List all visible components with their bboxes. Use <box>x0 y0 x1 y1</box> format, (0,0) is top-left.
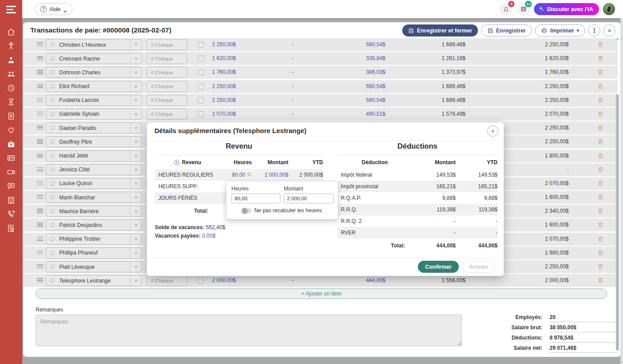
clear-employee-icon[interactable]: × <box>130 262 142 272</box>
table-scrollbar[interactable]: ▲ <box>616 37 619 352</box>
add-revenu-icon[interactable] <box>174 159 180 166</box>
montant-input[interactable] <box>284 194 334 203</box>
trash-icon[interactable] <box>597 83 604 92</box>
employee-select[interactable]: Phillipa Phaneuf × <box>46 247 142 259</box>
vacances-payees-link[interactable]: 0,00$ <box>202 233 215 239</box>
employee-select[interactable]: Dohnson Charles × <box>46 67 142 78</box>
deductions-amount-link[interactable]: 338,84$ <box>347 52 385 65</box>
page-scrollbar[interactable]: ▲ ▼ <box>620 18 623 364</box>
trash-icon[interactable] <box>597 180 604 189</box>
drag-handle-icon[interactable] <box>37 209 43 214</box>
drag-handle-icon[interactable] <box>37 56 43 61</box>
trash-icon[interactable] <box>597 221 604 230</box>
deductions-amount-link[interactable]: 560,54$ <box>347 38 385 51</box>
trash-icon[interactable] <box>597 124 604 133</box>
employee-select[interactable]: Platt Lévesque × <box>46 261 142 272</box>
clear-employee-icon[interactable]: × <box>130 123 142 133</box>
employee-select[interactable]: Creissant Racine × <box>46 53 142 64</box>
modal-close-button[interactable]: × <box>487 125 498 137</box>
drag-handle-icon[interactable] <box>37 42 43 48</box>
drag-handle-icon[interactable] <box>37 125 43 131</box>
time-icon[interactable] <box>7 83 16 93</box>
clear-employee-icon[interactable]: × <box>130 53 142 64</box>
employee-select[interactable]: Telesphore Lestrange × <box>46 275 142 286</box>
drag-handle-icon[interactable] <box>37 84 43 89</box>
documents-icon[interactable] <box>7 111 16 121</box>
phone-icon[interactable] <box>7 210 16 219</box>
deductions-amount-link[interactable]: 560,54$ <box>347 80 385 93</box>
gross-amount-link[interactable]: 2 250,00$ <box>200 38 236 51</box>
drag-handle-icon[interactable] <box>37 181 43 186</box>
trash-icon[interactable] <box>597 263 604 272</box>
employee-select[interactable]: Harold Jetté × <box>46 150 142 162</box>
teams-icon[interactable] <box>7 69 16 79</box>
employee-select[interactable]: Christien L'Heureux × <box>46 39 142 50</box>
trash-icon[interactable] <box>597 166 604 175</box>
gross-amount-link[interactable]: 2 250,00$ <box>200 80 236 93</box>
print-button[interactable]: Imprimer ▾ <box>535 24 585 36</box>
cheque-number-input[interactable] <box>147 109 187 120</box>
drag-handle-icon[interactable] <box>37 112 43 117</box>
cheque-number-input[interactable] <box>147 95 187 106</box>
clear-employee-icon[interactable]: × <box>130 81 142 92</box>
drag-handle-icon[interactable] <box>37 70 43 75</box>
id-card-icon[interactable] <box>7 154 16 163</box>
employee-select[interactable]: Gaetan Paradis × <box>46 122 142 133</box>
employee-select[interactable]: Louise Quiron × <box>46 178 142 189</box>
employee-select[interactable]: Geoffrey Pitre × <box>46 136 142 147</box>
gross-amount-link[interactable]: 1 760,00$ <box>200 66 236 79</box>
notifications-button[interactable]: 3 <box>499 3 513 16</box>
trash-icon[interactable] <box>597 249 604 258</box>
cheque-number-input[interactable] <box>147 67 187 78</box>
heures-input[interactable] <box>231 194 280 203</box>
clear-employee-icon[interactable]: × <box>130 220 142 230</box>
magnifier-icon[interactable] <box>247 172 252 178</box>
save-button[interactable]: Enregistrer <box>481 24 532 36</box>
benefits-icon[interactable] <box>7 125 16 135</box>
scrollbar-thumb[interactable] <box>616 94 619 351</box>
more-options-button[interactable] <box>588 24 600 36</box>
trash-icon[interactable] <box>597 152 604 161</box>
video-icon[interactable] <box>7 167 16 177</box>
gross-amount-link[interactable]: 1 620,00$ <box>200 52 236 65</box>
drag-handle-icon[interactable] <box>37 195 43 200</box>
messages-icon[interactable] <box>7 182 16 191</box>
menu-icon[interactable] <box>6 6 16 15</box>
health-kit-icon[interactable] <box>7 139 16 149</box>
history-icon[interactable] <box>7 97 16 107</box>
drag-handle-icon[interactable] <box>37 139 43 145</box>
cheque-number-input[interactable] <box>147 81 187 92</box>
gross-amount-link[interactable]: 2 250,00$ <box>200 94 236 107</box>
clear-employee-icon[interactable]: × <box>130 165 142 175</box>
clear-employee-icon[interactable]: × <box>130 248 142 258</box>
drag-handle-icon[interactable] <box>37 251 43 256</box>
save-and-close-button[interactable]: Enregistrer et fermer <box>402 24 478 36</box>
company-icon[interactable] <box>7 195 16 205</box>
employee-select[interactable]: Philippine Trottier × <box>46 234 142 245</box>
payroll-news-button[interactable]: 12 <box>517 3 530 16</box>
trash-icon[interactable] <box>597 138 604 147</box>
trash-icon[interactable] <box>597 277 604 286</box>
gross-amount-link[interactable]: 2 000,00$ <box>200 274 236 287</box>
employee-select[interactable]: Maurice Barrière × <box>46 206 142 217</box>
employee-select[interactable]: Patrick Desjardins × <box>46 219 142 231</box>
trash-icon[interactable] <box>597 69 604 77</box>
drag-handle-icon[interactable] <box>37 222 43 228</box>
add-item-button[interactable]: + Ajouter un item <box>36 288 607 299</box>
cheque-number-input[interactable] <box>147 39 187 50</box>
help-button[interactable]: ? Aide <box>35 3 73 15</box>
employee-select[interactable]: Marin Blanchar × <box>46 192 142 203</box>
cheque-number-input[interactable] <box>147 275 187 286</box>
home-icon[interactable] <box>7 27 16 36</box>
trash-icon[interactable] <box>597 194 604 202</box>
avatar[interactable] <box>603 3 615 15</box>
employee-select[interactable]: Gabrielle Sylvain × <box>46 109 142 120</box>
gross-amount-link[interactable]: 2 070,00$ <box>200 108 236 121</box>
chat-ai-button[interactable]: Discuter avec l'IA <box>534 3 599 15</box>
trash-icon[interactable] <box>597 41 604 50</box>
reports-icon[interactable] <box>7 223 16 233</box>
confirm-button[interactable]: Confirmer <box>418 261 459 273</box>
drag-handle-icon[interactable] <box>37 237 43 242</box>
drag-handle-icon[interactable] <box>37 154 43 159</box>
trash-icon[interactable] <box>597 235 604 244</box>
